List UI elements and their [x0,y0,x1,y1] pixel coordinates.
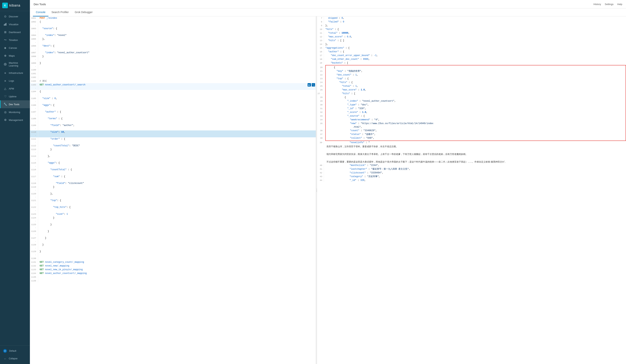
output-line: 13 "hits" : [ ] [317,39,626,42]
code-line: 1115 · "aggs": { [30,161,316,168]
sidebar-nav: ⊙ Discover Visualize ⊞ Dashboard 〜 Timel… [0,11,30,346]
code-line: 1092 · { [30,20,316,27]
sidebar-item-label: Maps [9,54,15,57]
output-line: 38 "collect" : "840", [317,136,626,140]
sidebar-item-infrastructure[interactable]: ≡ Infrastructure [0,69,30,77]
output-line: 42 "clickcount" : "3339494", [317,171,626,175]
code-line: 1118 "field": "clickcount" [30,182,316,185]
red-box-region: 20 { 21 "key" : "危险的世界", 22 "doc_count" … [325,65,626,141]
svg-rect-0 [4,24,4,26]
devtools-icon: 🔧 [3,102,7,106]
code-line: 1098 · } [30,55,316,61]
sidebar-item-label: Collapse [9,357,18,360]
sidebar-item-visualize[interactable]: Visualize [0,20,30,28]
discover-icon: ⊙ [3,14,7,18]
sidebar-item-monitoring[interactable]: ◎ Monitoring [0,108,30,116]
output-line: 29 "_index" : "novel_author_countsort", [317,99,626,103]
code-line: 1132 GET novel_new/_mapping [30,264,316,268]
output-line: 44 "_id" : 320, [317,179,626,182]
output-line: 7 skipped : 0, [317,16,626,20]
help-button[interactable]: Help [617,3,622,6]
sidebar-bottom: D Default ← Collapse [0,346,30,364]
right-panel: 7 skipped : 0, 8 "failed" : 0 9 }, 10 "h… [317,16,626,364]
output-line: 32 "_score" : 1.0, [317,111,626,114]
code-line: 1091 POST _reindex [30,16,316,20]
code-line: 1101 [30,72,316,76]
sidebar-item-uptime[interactable]: ♡ Uptime [0,92,30,100]
output-line: 15 "aggregations" : { [317,46,626,50]
output-line: 28 { [317,96,626,99]
code-line: 1099 · } [30,61,316,68]
sidebar-item-maps[interactable]: ⊕ Maps [0,52,30,60]
logo[interactable]: K kibana [0,0,30,11]
sidebar-item-label: Management [9,119,23,121]
sidebar-item-default[interactable]: D Default [0,347,30,355]
code-line: 1116 · "countTotal" : { [30,168,316,175]
output-line: 31 "_id" : "320", [317,107,626,111]
tab-grok-debugger[interactable]: Grok Debugger [72,8,96,16]
history-button[interactable]: History [593,3,601,6]
svg-rect-1 [5,24,5,26]
output-line: 39 "novelinfo" : " [317,141,626,145]
left-panel: 1091 POST _reindex 1092 · { 1093 · "sour… [30,16,316,364]
sidebar-item-machine-learning[interactable]: Machine Learning [0,60,30,69]
code-line: 1135 [30,276,316,279]
output-line: 24 "hits" : { [317,81,626,84]
tab-search-profiler[interactable]: Search Profiler [48,8,72,16]
sidebar-item-label: Dev Tools [9,103,19,106]
code-line: 1100 [30,68,316,72]
code-line: 1129 · } [30,250,316,257]
sidebar-item-dashboard[interactable]: ⊞ Dashboard [0,28,30,36]
management-icon: ⚙ [3,118,7,122]
code-line: 1102 [30,76,316,80]
canvas-icon: ◈ [3,46,7,50]
sidebar-item-label: Infrastructure [9,72,23,74]
sidebar-item-label: Monitoring [9,111,20,114]
output-line: 40 "monthclick" : "2244", [317,164,626,167]
run-button[interactable]: ▶ [308,83,311,86]
code-line: 1113 · } [30,148,316,155]
settings-button[interactable]: Settings [605,3,614,6]
sidebar-item-label: Uptime [9,95,16,98]
code-line: 1104 · { [30,90,316,97]
code-line: 1133 GET novel_new_ik_pinyin/_mapping [30,268,316,272]
code-line: 1121 · "top": { [30,199,316,205]
output-line: 16 "author" : { [317,50,626,54]
text-block: 良田千顷靠山河，父作高官子登科。妻妾成群子孙多，长生不老总活着。 现代草根宅男因… [317,145,626,164]
code-line: 1136 [30,279,316,283]
sidebar-item-timelion[interactable]: 〜 Timelion [0,36,30,44]
sidebar-item-label: Logs [9,80,14,82]
output-line: 8 "failed" : 0 [317,20,626,24]
wrench-button[interactable]: 🔧 [312,83,315,86]
code-line: 1109 · "field": "author", [30,124,316,130]
sidebar-item-collapse[interactable]: ← Collapse [0,355,30,363]
output-line: 9 }, [317,24,626,28]
logs-icon: ≡ [3,79,7,83]
sidebar: K kibana ⊙ Discover Visualize ⊞ Dashboar… [0,0,30,364]
output-line: 19 "buckets" : [ [317,61,626,65]
tab-console[interactable]: Console [33,8,48,16]
output-line: 26 "max_score" : 1.0, [317,88,626,92]
code-line: 1107 · "author" : { [30,110,316,117]
sidebar-item-management[interactable]: ⚙ Management [0,116,30,124]
code-line-get: 1103 · GET novel_author_countsort/_searc… [30,83,316,90]
code-line: 1124 · } [30,216,316,223]
output-line: 18 "sum_other_doc_count" : 9986, [317,58,626,61]
sidebar-item-discover[interactable]: ⊙ Discover [0,12,30,20]
code-line: 1105 · "size" : 0, [30,97,316,104]
sidebar-item-logs[interactable]: ≡ Logs [0,77,30,85]
sidebar-item-label: Discover [9,15,18,18]
console-editor[interactable]: 1091 POST _reindex 1092 · { 1093 · "sour… [30,16,316,364]
default-icon: D [3,349,7,353]
output-block: 7 skipped : 0, 8 "failed" : 0 9 }, 10 "h… [317,16,626,182]
visualize-icon [3,22,7,26]
sidebar-item-canvas[interactable]: ◈ Canvas [0,44,30,52]
code-line: 1128 · } [30,243,316,250]
topbar-title: Dev Tools [34,3,46,6]
code-line: 1117 · "sum" : { [30,175,316,182]
output-panel[interactable]: 7 skipped : 0, 8 "failed" : 0 9 }, 10 "h… [317,16,626,364]
sidebar-item-apm[interactable]: △ APM [0,85,30,92]
sidebar-item-dev-tools[interactable]: 🔧 Dev Tools [0,100,30,108]
code-line: 1108 · "terms" : { [30,117,316,124]
output-line: 21 "key" : "危险的世界", [317,70,626,73]
